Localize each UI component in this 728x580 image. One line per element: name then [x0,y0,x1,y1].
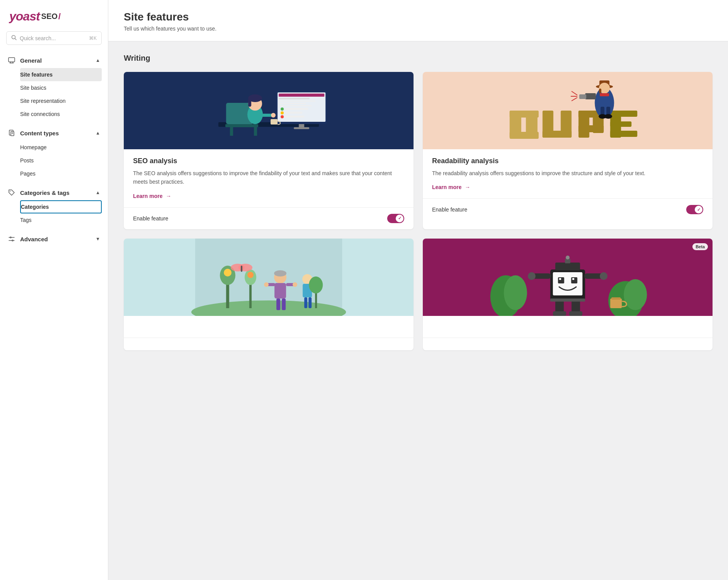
svg-line-69 [572,91,578,95]
svg-point-106 [624,279,647,310]
readability-analysis-footer: Enable feature ✓ [423,198,713,220]
nav-section-general: General ▲ Site features Site basics Site… [0,53,108,124]
svg-rect-67 [585,93,596,99]
nav-section-general-header[interactable]: General ▲ [0,53,108,68]
svg-point-37 [281,107,284,111]
sidebar-item-site-basics[interactable]: Site basics [20,81,102,94]
svg-rect-34 [279,101,316,102]
svg-point-101 [309,276,323,293]
nav-section-categories-tags-header[interactable]: Categories & tags ▲ [0,185,108,200]
readability-toggle[interactable]: ✓ [686,205,703,214]
sidebar-item-tags[interactable]: Tags [20,213,102,227]
readability-analysis-title: Readability analysis [432,157,703,165]
feature-cards-grid: SEO analysis The SEO analysis offers sug… [124,72,713,350]
sidebar-item-pages[interactable]: Pages [20,167,102,180]
seo-analysis-toggle[interactable]: ✓ [387,214,404,223]
svg-rect-99 [309,297,312,308]
svg-point-88 [274,270,287,276]
svg-rect-57 [610,131,637,137]
seo-analysis-card: SEO analysis The SEO analysis offers sug… [124,72,414,229]
svg-rect-123 [553,311,566,316]
page-title: Site features [124,11,713,23]
svg-point-27 [271,113,276,118]
svg-rect-81 [250,281,252,308]
svg-point-13 [10,237,11,238]
svg-point-75 [605,114,612,119]
readability-learn-more[interactable]: Learn more [432,184,461,190]
nav-section-advanced-left: Advanced [8,235,48,243]
svg-rect-119 [584,273,603,279]
svg-rect-117 [533,273,551,279]
card-4-footer [423,338,713,350]
nav-section-advanced-title: Advanced [20,236,48,242]
search-box[interactable]: Quick search... ⌘K [6,31,102,45]
logo-seo-text: SEO [41,12,58,21]
sidebar-item-site-features[interactable]: Site features [20,68,102,81]
arrow-icon-readability: → [465,184,470,190]
seo-analysis-image [124,72,414,149]
sidebar-item-site-connections[interactable]: Site connections [20,107,102,121]
svg-rect-109 [553,272,583,295]
nav-section-content-types-title: Content types [20,130,59,136]
chevron-up-icon-content: ▲ [96,130,100,136]
main-content: Site features Tell us which features you… [108,0,728,580]
svg-rect-125 [550,299,585,302]
svg-rect-95 [282,299,286,310]
search-placeholder-text: Quick search... [20,35,86,41]
seo-analysis-footer: Enable feature ✓ [124,207,414,229]
svg-point-41 [281,115,284,118]
svg-point-80 [224,269,232,276]
nav-section-advanced-header[interactable]: Advanced ▼ [0,231,108,247]
svg-rect-40 [285,112,302,114]
readability-analysis-image [423,72,713,149]
seo-analysis-learn-more[interactable]: Learn more [133,193,162,199]
card-4-body [423,316,713,338]
svg-rect-98 [304,297,308,308]
nav-section-categories-tags: Categories & tags ▲ Categories Tags [0,185,108,230]
nav-section-categories-left: Categories & tags [8,189,70,196]
svg-rect-50 [561,111,572,138]
chevron-up-icon: ▲ [96,58,100,63]
chevron-up-icon-categories: ▲ [96,190,100,195]
svg-point-92 [264,282,269,287]
svg-rect-121 [555,300,564,313]
page-header: Site features Tell us which features you… [108,0,728,41]
document-icon [8,129,15,137]
arrow-icon-seo: → [166,193,171,199]
settings-icon [8,235,15,243]
svg-rect-126 [610,299,622,308]
nav-categories-tags-items: Categories Tags [0,200,108,230]
search-shortcut: ⌘K [89,36,97,41]
readability-analysis-description: The readability analysis offers suggesti… [432,169,703,177]
checkmark-icon-seo: ✓ [398,216,402,221]
svg-rect-66 [595,97,607,100]
card-3-body [124,316,414,338]
svg-point-39 [281,111,284,114]
svg-rect-58 [610,121,632,127]
card-4: Beta [423,239,713,350]
svg-rect-25 [248,98,251,107]
svg-rect-122 [572,300,580,313]
svg-rect-33 [279,98,310,99]
svg-rect-114 [555,263,580,270]
svg-point-104 [504,275,527,310]
svg-rect-21 [226,124,258,127]
seo-enable-label: Enable feature [133,215,168,222]
toggle-knob-seo: ✓ [396,215,403,222]
nav-section-content-types: Content types ▲ Homepage Posts Pages [0,125,108,183]
sidebar-item-categories[interactable]: Categories [20,200,102,213]
logo-area: yoast SEO / [0,0,108,31]
svg-rect-112 [559,278,561,280]
svg-rect-47 [526,111,538,138]
svg-rect-110 [558,277,564,283]
card-4-image: Beta [423,239,713,316]
sidebar-item-homepage[interactable]: Homepage [20,141,102,154]
nav-section-content-types-header[interactable]: Content types ▲ [0,125,108,141]
svg-point-93 [293,282,297,287]
svg-rect-35 [279,103,306,104]
nav-section-advanced: Advanced ▼ [0,231,108,247]
nav-general-items: Site features Site basics Site represent… [0,68,108,124]
sidebar-item-posts[interactable]: Posts [20,154,102,167]
svg-rect-31 [294,127,309,129]
sidebar-item-site-representation[interactable]: Site representation [20,94,102,107]
